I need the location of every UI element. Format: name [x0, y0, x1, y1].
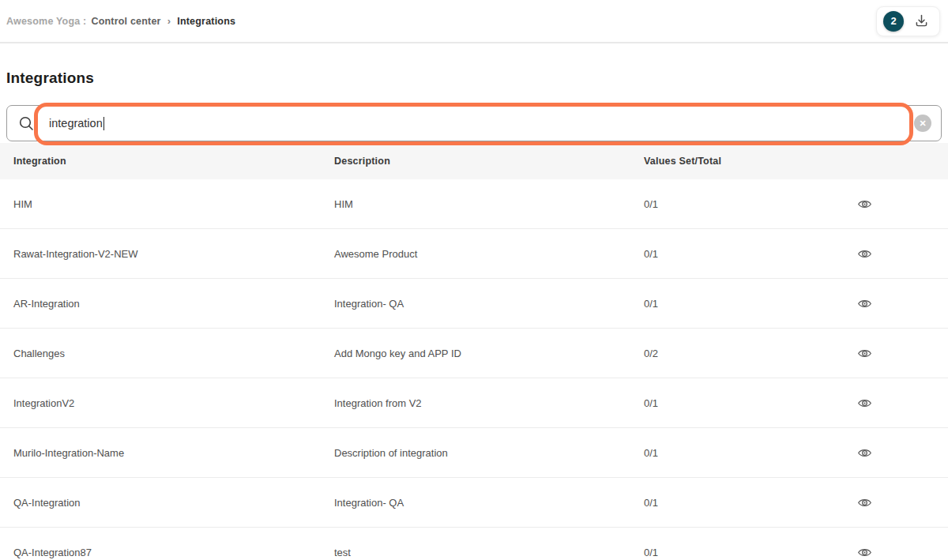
- search-bar[interactable]: integration ✕: [6, 105, 942, 141]
- column-header-integration: Integration: [0, 156, 334, 167]
- table-row: IntegrationV2 Integration from V2 0/1: [0, 378, 948, 428]
- eye-icon: [857, 495, 872, 510]
- eye-icon: [857, 545, 872, 560]
- text-caret: [103, 117, 105, 130]
- chevron-right-icon: ›: [167, 15, 171, 27]
- view-details-button[interactable]: [854, 343, 875, 364]
- search-icon: [18, 115, 35, 132]
- integrations-table: Integration Description Values Set/Total…: [0, 143, 948, 560]
- cell-actions: [822, 442, 948, 464]
- cell-actions: [822, 343, 948, 364]
- table-row: AR-Integration Integration- QA 0/1: [0, 279, 948, 329]
- cell-values-set-total: 0/1: [644, 547, 822, 558]
- table-body: HIM HIM 0/1: [0, 179, 948, 560]
- table-row: Rawat-Integration-V2-NEW Awesome Product…: [0, 229, 948, 279]
- cell-values-set-total: 0/1: [644, 198, 822, 210]
- cell-values-set-total: 0/1: [644, 447, 822, 459]
- breadcrumb-integrations: Integrations: [177, 16, 235, 27]
- clear-search-button[interactable]: ✕: [914, 115, 931, 132]
- eye-icon: [857, 445, 872, 460]
- top-bar: Awesome Yoga : Control center › Integrat…: [0, 0, 948, 43]
- header-actions-card: 2: [876, 6, 940, 36]
- cell-integration-name: HIM: [0, 198, 334, 210]
- column-header-values: Values Set/Total: [644, 156, 822, 167]
- cell-actions: [822, 492, 948, 513]
- cell-integration-name: Murilo-Integration-Name: [0, 447, 334, 459]
- view-details-button[interactable]: [854, 293, 875, 314]
- cell-actions: [822, 293, 948, 314]
- cell-description: test: [334, 547, 644, 558]
- view-details-button[interactable]: [854, 442, 875, 464]
- cell-description: Integration- QA: [334, 298, 644, 310]
- table-header-row: Integration Description Values Set/Total: [0, 143, 948, 179]
- cell-actions: [822, 194, 948, 215]
- cell-description: Integration from V2: [334, 397, 644, 409]
- eye-icon: [857, 296, 872, 311]
- cell-values-set-total: 0/2: [644, 348, 822, 359]
- table-row: HIM HIM 0/1: [0, 179, 948, 229]
- notification-count-badge[interactable]: 2: [883, 11, 904, 32]
- search-input[interactable]: integration: [49, 117, 914, 130]
- page-title: Integrations: [6, 67, 942, 89]
- table-row: QA-Integration87 test 0/1: [0, 528, 948, 560]
- cell-values-set-total: 0/1: [644, 397, 822, 409]
- cell-description: Integration- QA: [334, 497, 644, 509]
- view-details-button[interactable]: [854, 492, 875, 513]
- cell-description: Awesome Product: [334, 248, 644, 260]
- cell-values-set-total: 0/1: [644, 497, 822, 509]
- table-row: Murilo-Integration-Name Description of i…: [0, 428, 948, 478]
- cell-values-set-total: 0/1: [644, 248, 822, 260]
- breadcrumb: Awesome Yoga : Control center › Integrat…: [6, 15, 235, 27]
- breadcrumb-control-center[interactable]: Control center: [91, 16, 160, 27]
- breadcrumb-app-name: Awesome Yoga :: [6, 16, 86, 27]
- cell-actions: [822, 243, 948, 265]
- view-details-button[interactable]: [854, 194, 875, 215]
- cell-actions: [822, 542, 948, 560]
- view-details-button[interactable]: [854, 393, 875, 414]
- cell-description: Add Mongo key and APP ID: [334, 348, 644, 359]
- cell-integration-name: QA-Integration87: [0, 547, 334, 558]
- eye-icon: [857, 246, 872, 261]
- table-row: Challenges Add Mongo key and APP ID 0/2: [0, 329, 948, 378]
- cell-actions: [822, 393, 948, 414]
- cell-integration-name: Challenges: [0, 348, 334, 359]
- view-details-button[interactable]: [854, 542, 875, 560]
- view-details-button[interactable]: [854, 243, 875, 265]
- cell-description: Description of integration: [334, 447, 644, 459]
- eye-icon: [857, 197, 872, 212]
- table-row: QA-Integration Integration- QA 0/1: [0, 478, 948, 528]
- cell-integration-name: Rawat-Integration-V2-NEW: [0, 248, 334, 260]
- cell-integration-name: AR-Integration: [0, 298, 334, 310]
- eye-icon: [857, 346, 872, 361]
- download-button[interactable]: [913, 13, 930, 29]
- search-input-value: integration: [49, 117, 103, 130]
- column-header-description: Description: [334, 156, 644, 167]
- cell-values-set-total: 0/1: [644, 298, 822, 310]
- eye-icon: [857, 396, 872, 411]
- cell-integration-name: IntegrationV2: [0, 397, 334, 409]
- cell-description: HIM: [334, 198, 644, 210]
- cell-integration-name: QA-Integration: [0, 497, 334, 509]
- download-icon: [913, 13, 930, 29]
